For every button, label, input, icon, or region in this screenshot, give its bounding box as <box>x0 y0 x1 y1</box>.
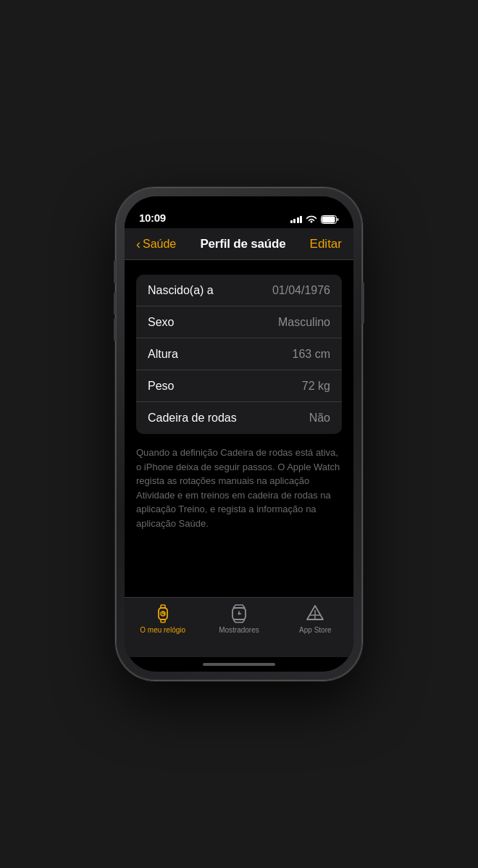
health-profile-table: Nascido(a) a 01/04/1976 Sexo Masculino A… <box>136 275 342 434</box>
tab-my-watch[interactable]: O meu relógio <box>134 604 192 634</box>
row-label-wheelchair: Cadeira de rodas <box>148 412 237 425</box>
notch <box>192 196 286 215</box>
signal-icon <box>290 216 303 223</box>
tab-faces-label: Mostradores <box>219 626 259 634</box>
edit-button[interactable]: Editar <box>310 237 342 251</box>
back-label: Saúde <box>143 238 176 251</box>
status-time: 10:09 <box>139 212 166 224</box>
tab-app-store-label: App Store <box>299 626 331 634</box>
row-label-weight: Peso <box>148 380 174 393</box>
faces-icon <box>229 604 249 624</box>
status-icons <box>290 215 340 224</box>
row-label-height: Altura <box>148 348 178 361</box>
back-button[interactable]: ‹ Saúde <box>136 238 176 251</box>
table-row[interactable]: Sexo Masculino <box>136 306 342 338</box>
row-label-sex: Sexo <box>148 316 174 329</box>
nav-bar: ‹ Saúde Perfil de saúde Editar <box>125 228 353 260</box>
svg-rect-4 <box>161 619 165 622</box>
back-chevron-icon: ‹ <box>136 238 141 251</box>
table-row[interactable]: Peso 72 kg <box>136 370 342 402</box>
app-store-icon <box>305 604 325 624</box>
svg-rect-1 <box>322 217 335 223</box>
phone-frame: 10:09 <box>116 188 362 680</box>
row-value-sex: Masculino <box>278 316 330 329</box>
table-row[interactable]: Cadeira de rodas Não <box>136 402 342 434</box>
row-value-weight: 72 kg <box>302 380 330 393</box>
row-value-birthday: 01/04/1976 <box>272 284 330 297</box>
my-watch-icon <box>153 604 173 624</box>
tab-my-watch-label: O meu relógio <box>140 626 185 634</box>
home-bar <box>203 663 275 666</box>
battery-icon <box>321 215 339 224</box>
wheelchair-description: Quando a definição Cadeira de rodas está… <box>125 434 353 530</box>
wifi-icon <box>306 215 317 224</box>
tab-app-store[interactable]: App Store <box>286 604 344 634</box>
page-title: Perfil de saúde <box>200 237 285 251</box>
row-value-wheelchair: Não <box>309 412 330 425</box>
tab-faces[interactable]: Mostradores <box>210 604 268 634</box>
content-area: Nascido(a) a 01/04/1976 Sexo Masculino A… <box>125 260 353 597</box>
table-row[interactable]: Nascido(a) a 01/04/1976 <box>136 275 342 306</box>
phone-screen: 10:09 <box>125 196 353 672</box>
table-row[interactable]: Altura 163 cm <box>136 338 342 370</box>
svg-rect-3 <box>161 605 165 608</box>
row-value-height: 163 cm <box>293 348 330 361</box>
home-indicator <box>125 657 353 672</box>
row-label-birthday: Nascido(a) a <box>148 284 214 297</box>
tab-bar: O meu relógio Mostradores <box>125 597 353 657</box>
